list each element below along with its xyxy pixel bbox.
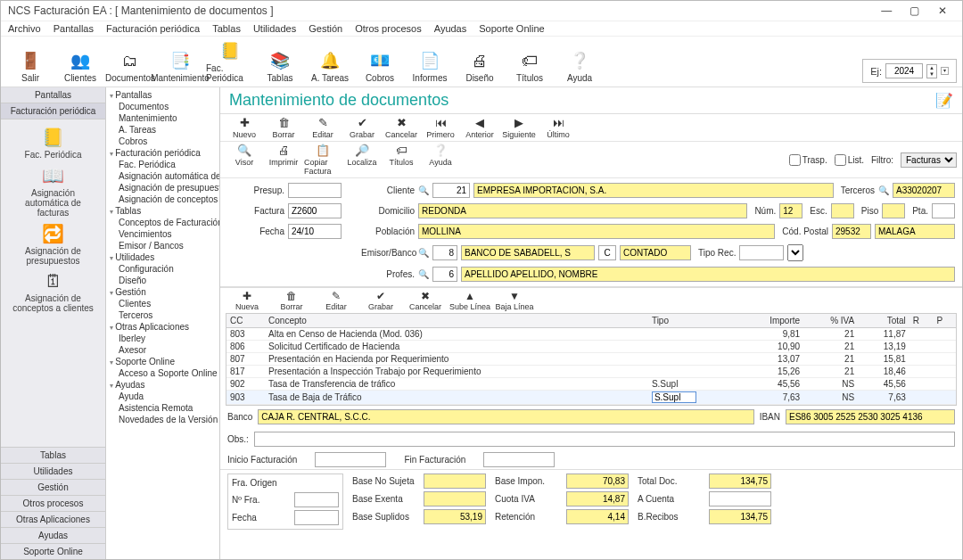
action-borrar[interactable]: 🗑Borrar (270, 290, 313, 311)
fin-fact-input[interactable] (483, 452, 555, 467)
retencion-input[interactable] (566, 509, 629, 524)
contado-input[interactable] (620, 245, 691, 260)
grid-header[interactable]: Total (858, 314, 910, 328)
tree-item[interactable]: Asistencia Remota (119, 402, 219, 414)
ej-dropdown[interactable]: ▾ (941, 67, 949, 75)
action-editar[interactable]: ✎Editar (315, 290, 358, 311)
list-checkbox[interactable]: List. (835, 154, 864, 166)
tree-item[interactable]: Documentos (119, 101, 219, 112)
ej-spinner[interactable]: ▲▼ (926, 64, 937, 78)
tree-group[interactable]: Utilidades (110, 251, 219, 263)
inicio-fact-input[interactable] (315, 452, 386, 467)
tree-item[interactable]: Diseño (119, 275, 219, 286)
close-button[interactable]: ✕ (930, 4, 955, 17)
tree-item[interactable]: Axesor (119, 344, 219, 356)
tiporec-input[interactable] (739, 245, 784, 260)
leftnav-item-2[interactable]: 🔁Asignación de presupuestos (9, 223, 98, 266)
tb-fac-periódica[interactable]: 📒Fac. Periódica (206, 40, 254, 83)
action-sube-línea[interactable]: ▲Sube Línea (449, 290, 491, 311)
tree-group[interactable]: Gestión (110, 286, 219, 298)
tb-clientes[interactable]: 👥Clientes (56, 50, 104, 83)
tree-item[interactable]: Emisor / Bancos (119, 240, 219, 251)
terceros-input[interactable] (893, 183, 955, 198)
tree-item[interactable]: Cobros (119, 136, 219, 147)
iban-input[interactable] (786, 409, 955, 424)
action-cancelar[interactable]: ✖Cancelar (404, 290, 447, 311)
action-copiar-factura[interactable]: 📋Copiar Factura (304, 144, 342, 176)
leftnav-top-1[interactable]: Facturación periódica (1, 103, 105, 119)
action-último[interactable]: ⏭Último (539, 116, 577, 139)
menu-gestión[interactable]: Gestión (309, 23, 342, 34)
tree-group[interactable]: Ayudas (110, 379, 219, 391)
piso-input[interactable] (882, 203, 905, 218)
nfra-input[interactable] (294, 492, 339, 507)
menu-archivo[interactable]: Archivo (8, 23, 41, 34)
num-input[interactable] (779, 203, 802, 218)
leftnav-item-1[interactable]: 📖Asignación automática de facturas (9, 165, 98, 218)
action-siguiente[interactable]: ▶Siguiente (500, 116, 538, 139)
tree-item[interactable]: Ayuda (119, 391, 219, 402)
menu-ayudas[interactable]: Ayudas (434, 23, 467, 34)
leftnav-bottom-6[interactable]: Soporte Online (1, 543, 105, 559)
esc-input[interactable] (831, 203, 854, 218)
cliente-search-icon[interactable]: 🔍 (418, 185, 429, 195)
tree-item[interactable]: Novedades de la Versión (119, 414, 219, 425)
leftnav-bottom-1[interactable]: Utilidades (1, 463, 105, 479)
tree-item[interactable]: Iberley (119, 333, 219, 344)
domicilio-input[interactable] (418, 203, 747, 218)
table-row[interactable]: 807Presentación en Hacienda por Requerim… (226, 353, 956, 366)
emisor-c-input[interactable] (598, 245, 616, 260)
cliente-code-input[interactable] (432, 183, 470, 198)
tree-item[interactable]: Conceptos de Facturación (119, 217, 219, 228)
terceros-search-icon[interactable]: 🔍 (878, 185, 889, 195)
menu-utilidades[interactable]: Utilidades (253, 23, 296, 34)
grid-header[interactable]: R (910, 314, 934, 328)
banco-input[interactable] (258, 409, 753, 424)
tree-item[interactable]: A. Tareas (119, 124, 219, 136)
action-localiza[interactable]: 🔎Localiza (343, 144, 381, 176)
grid-header[interactable]: P (933, 314, 956, 328)
tree-item[interactable]: Asignación de presupuesto (119, 182, 219, 194)
action-grabar[interactable]: ✔Grabar (359, 290, 402, 311)
a-cuenta-input[interactable] (709, 491, 771, 506)
total-doc-input[interactable] (709, 474, 771, 489)
fra-fecha-input[interactable] (294, 510, 339, 525)
tree-item[interactable]: Vencimientos (119, 228, 219, 240)
grid-header[interactable]: CC (226, 314, 265, 328)
grid-header[interactable]: Concepto (265, 314, 648, 328)
action-editar[interactable]: ✎Editar (304, 116, 342, 139)
cliente-name-input[interactable] (473, 183, 834, 198)
tb-informes[interactable]: 📄Informes (406, 50, 454, 83)
tipo-cell-input[interactable] (652, 391, 696, 403)
fecha-input[interactable] (288, 224, 342, 239)
base-exenta-input[interactable] (424, 491, 486, 506)
table-row[interactable]: 806Solicitud Certificado de Hacienda10,9… (226, 341, 956, 353)
lines-grid[interactable]: CCConceptoTipoImporte% IVATotalRP 803Alt… (226, 313, 957, 406)
action-anterior[interactable]: ◀Anterior (461, 116, 498, 139)
leftnav-bottom-3[interactable]: Otros procesos (1, 495, 105, 511)
pta-input[interactable] (932, 203, 955, 218)
tree-group[interactable]: Soporte Online (110, 356, 219, 367)
action-grabar[interactable]: ✔Grabar (343, 116, 381, 139)
profes-search-icon[interactable]: 🔍 (418, 269, 429, 279)
action-primero[interactable]: ⏮Primero (422, 116, 459, 139)
trasp-checkbox[interactable]: Trasp. (789, 154, 827, 166)
emisor-search-icon[interactable]: 🔍 (418, 248, 429, 258)
tree[interactable]: PantallasDocumentosMantenimientoA. Tarea… (106, 87, 220, 559)
tb-mantenimiento[interactable]: 📑Mantenimiento (156, 50, 204, 83)
tree-group[interactable]: Tablas (110, 205, 219, 217)
tree-item[interactable]: Acceso a Soporte Online (119, 367, 219, 379)
leftnav-bottom-4[interactable]: Otras Aplicaciones (1, 511, 105, 527)
cuota-iva-input[interactable] (566, 491, 629, 506)
grid-header[interactable]: Tipo (648, 314, 738, 328)
tree-group[interactable]: Otras Aplicaciones (110, 321, 219, 333)
action-baja-línea[interactable]: ▼Baja Línea (493, 290, 536, 311)
tb-ayuda[interactable]: ❔Ayuda (556, 50, 604, 83)
profes-code-input[interactable] (432, 267, 457, 282)
tree-item[interactable]: Mantenimiento (119, 112, 219, 124)
provincia-input[interactable] (875, 224, 955, 239)
table-row[interactable]: 903Tasa de Baja de Tráfico7,63NS7,63 (226, 391, 956, 405)
tb-títulos[interactable]: 🏷Títulos (506, 50, 554, 83)
menu-soporte-online[interactable]: Soporte Online (479, 23, 544, 34)
leftnav-bottom-2[interactable]: Gestión (1, 479, 105, 495)
